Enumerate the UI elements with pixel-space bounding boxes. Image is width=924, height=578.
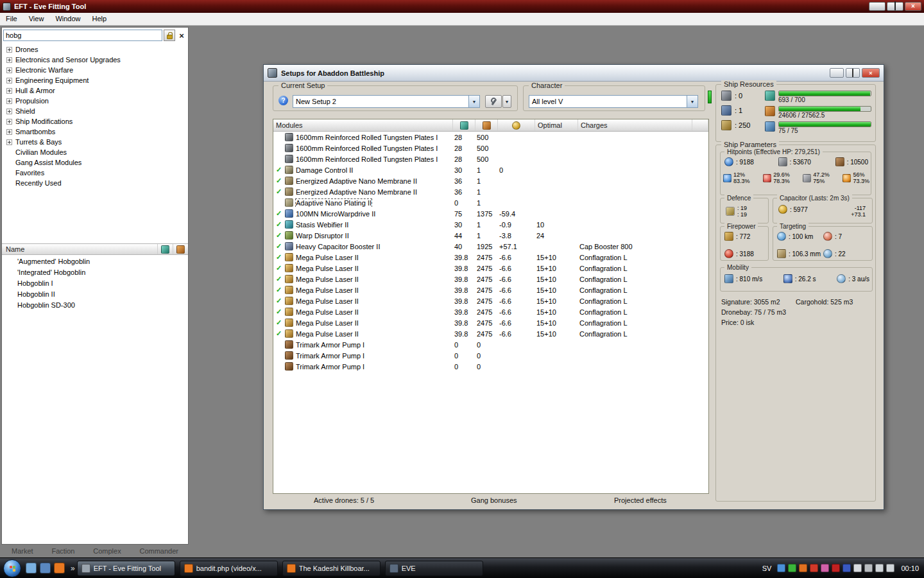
expand-icon[interactable] bbox=[6, 78, 12, 83]
minimize-button[interactable] bbox=[869, 2, 886, 11]
tray-icon[interactable] bbox=[864, 564, 873, 572]
task-button[interactable]: EFT - Eve Fitting Tool bbox=[77, 561, 175, 576]
tree-item[interactable]: Propulsion bbox=[4, 96, 186, 106]
tree-item[interactable]: Gang Assist Modules bbox=[4, 157, 186, 168]
cpu-column-header[interactable] bbox=[453, 119, 475, 131]
setup-close-button[interactable] bbox=[862, 68, 880, 78]
browser-tab[interactable]: Faction bbox=[51, 546, 74, 556]
module-row[interactable]: Energized Adaptive Nano Membrane II 36 1 bbox=[273, 175, 708, 186]
expand-icon[interactable] bbox=[6, 129, 12, 135]
tree-item[interactable]: Electronics and Sensor Upgrades bbox=[4, 55, 186, 65]
module-row[interactable]: Trimark Armor Pump I 0 0 bbox=[273, 350, 708, 361]
setup-tools-button[interactable] bbox=[485, 95, 502, 108]
module-row[interactable]: Heavy Capacitor Booster II 40 1925 +57.1… bbox=[273, 241, 708, 252]
list-item[interactable]: 'Integrated' Hobgoblin bbox=[2, 267, 188, 278]
capacitor-column-header[interactable] bbox=[498, 119, 535, 131]
name-column-header[interactable]: Name bbox=[2, 245, 157, 253]
module-row[interactable]: Trimark Armor Pump I 0 0 bbox=[273, 339, 708, 350]
tray-icon[interactable] bbox=[821, 564, 829, 572]
module-row[interactable]: Mega Pulse Laser II 39.8 2475 -6.6 15+10… bbox=[273, 274, 708, 285]
expand-icon[interactable] bbox=[6, 47, 12, 53]
tray-icon[interactable] bbox=[777, 564, 785, 572]
expand-icon[interactable] bbox=[6, 139, 12, 145]
tree-item[interactable]: Civilian Modules bbox=[4, 147, 186, 157]
module-row[interactable]: 1600mm Reinforced Rolled Tungsten Plates… bbox=[273, 143, 708, 153]
tree-item[interactable]: Recently Used bbox=[4, 178, 186, 188]
tray-icon[interactable] bbox=[799, 564, 807, 572]
setup-maximize-button[interactable] bbox=[846, 68, 860, 78]
setup-tools-dropdown[interactable] bbox=[502, 95, 511, 108]
list-item[interactable]: Hobgoblin II bbox=[2, 289, 188, 300]
powergrid-column-header[interactable] bbox=[475, 119, 498, 131]
setup-minimize-button[interactable] bbox=[830, 68, 844, 78]
clock[interactable]: 00:10 bbox=[901, 565, 919, 572]
tray-icon[interactable] bbox=[886, 564, 894, 572]
quick-launch-icon[interactable] bbox=[26, 563, 37, 574]
tray-icon[interactable] bbox=[843, 564, 851, 572]
quick-launch-overflow-chevron[interactable] bbox=[69, 564, 77, 573]
charges-column-header[interactable]: Charges bbox=[578, 119, 692, 131]
tree-item[interactable]: Hull & Armor bbox=[4, 85, 186, 96]
search-input[interactable] bbox=[3, 30, 162, 41]
list-item[interactable]: 'Augmented' Hobgoblin bbox=[2, 256, 188, 267]
expand-icon[interactable] bbox=[6, 119, 12, 125]
powergrid-column-header[interactable] bbox=[173, 244, 188, 254]
combo-dropdown-button[interactable] bbox=[468, 96, 479, 107]
gang-bonuses-label[interactable]: Gang bonuses bbox=[471, 496, 517, 504]
module-row[interactable]: Warp Disruptor II 44 1 -3.8 24 bbox=[273, 230, 708, 241]
tree-item[interactable]: Shield bbox=[4, 106, 186, 116]
module-row[interactable]: Mega Pulse Laser II 39.8 2475 -6.6 15+10… bbox=[273, 317, 708, 328]
module-row[interactable]: Damage Control II 30 1 0 bbox=[273, 164, 708, 175]
expand-icon[interactable] bbox=[6, 57, 12, 63]
browser-tab[interactable]: Complex bbox=[93, 546, 121, 556]
search-lock-button[interactable] bbox=[164, 30, 175, 41]
module-row[interactable]: Mega Pulse Laser II 39.8 2475 -6.6 15+10… bbox=[273, 252, 708, 263]
setup-titlebar[interactable]: Setups for Abaddon Battleship bbox=[264, 65, 884, 82]
module-row[interactable]: Mega Pulse Laser II 39.8 2475 -6.6 15+10… bbox=[273, 295, 708, 306]
tree-item[interactable]: Turrets & Bays bbox=[4, 137, 186, 147]
tray-icon[interactable] bbox=[810, 564, 818, 572]
expand-icon[interactable] bbox=[6, 109, 12, 114]
module-row[interactable]: Mega Pulse Laser II 39.8 2475 -6.6 15+10… bbox=[273, 285, 708, 295]
module-row[interactable]: Adaptive Nano Plating II 0 1 bbox=[273, 197, 708, 208]
close-button[interactable] bbox=[905, 2, 921, 11]
current-setup-combo[interactable]: New Setup 2 bbox=[293, 95, 480, 108]
tray-icon[interactable] bbox=[853, 564, 862, 572]
tree-item[interactable]: Favorites bbox=[4, 168, 186, 178]
optimal-column-header[interactable]: Optimal bbox=[535, 119, 578, 131]
menu-item[interactable]: File bbox=[0, 13, 23, 25]
menu-item[interactable]: Help bbox=[87, 13, 113, 25]
module-row[interactable]: Mega Pulse Laser II 39.8 2475 -6.6 15+10… bbox=[273, 263, 708, 274]
browser-tab[interactable]: Market bbox=[12, 546, 33, 556]
list-item[interactable]: Hobgoblin I bbox=[2, 278, 188, 289]
search-clear-button[interactable] bbox=[176, 30, 187, 41]
browser-tab[interactable]: Commander bbox=[139, 546, 178, 556]
tree-item[interactable]: Drones bbox=[4, 44, 186, 55]
start-button[interactable] bbox=[3, 559, 21, 577]
active-drones-label[interactable]: Active drones: 5 / 5 bbox=[314, 496, 374, 504]
tree-item[interactable]: Ship Modifications bbox=[4, 116, 186, 127]
cpu-column-header[interactable] bbox=[157, 244, 173, 254]
module-row[interactable]: Energized Adaptive Nano Membrane II 36 1 bbox=[273, 186, 708, 197]
language-indicator[interactable]: SV bbox=[762, 565, 772, 572]
menu-item[interactable]: Window bbox=[49, 13, 86, 25]
module-row[interactable]: Trimark Armor Pump I 0 0 bbox=[273, 361, 708, 372]
help-icon[interactable] bbox=[278, 96, 288, 105]
module-row[interactable]: 100MN MicroWarpdrive II 75 1375 -59.4 bbox=[273, 208, 708, 219]
expand-icon[interactable] bbox=[6, 67, 12, 73]
tree-item[interactable]: Electronic Warfare bbox=[4, 65, 186, 75]
tray-icon[interactable] bbox=[788, 564, 796, 572]
expand-icon[interactable] bbox=[6, 88, 12, 94]
task-button[interactable]: The Kadeshi Killboar... bbox=[282, 561, 381, 576]
maximize-button[interactable] bbox=[887, 2, 903, 11]
module-row[interactable]: Mega Pulse Laser II 39.8 2475 -6.6 15+10… bbox=[273, 328, 708, 339]
list-item[interactable]: Hobgoblin SD-300 bbox=[2, 300, 188, 311]
tree-item[interactable]: Smartbombs bbox=[4, 127, 186, 137]
character-combo[interactable]: All level V bbox=[529, 95, 698, 108]
menu-item[interactable]: View bbox=[23, 13, 50, 25]
module-row[interactable]: 1600mm Reinforced Rolled Tungsten Plates… bbox=[273, 153, 708, 164]
module-row[interactable]: 1600mm Reinforced Rolled Tungsten Plates… bbox=[273, 132, 708, 143]
quick-launch-icon[interactable] bbox=[54, 563, 65, 574]
tray-icon[interactable] bbox=[875, 564, 884, 572]
tray-icon[interactable] bbox=[832, 564, 840, 572]
